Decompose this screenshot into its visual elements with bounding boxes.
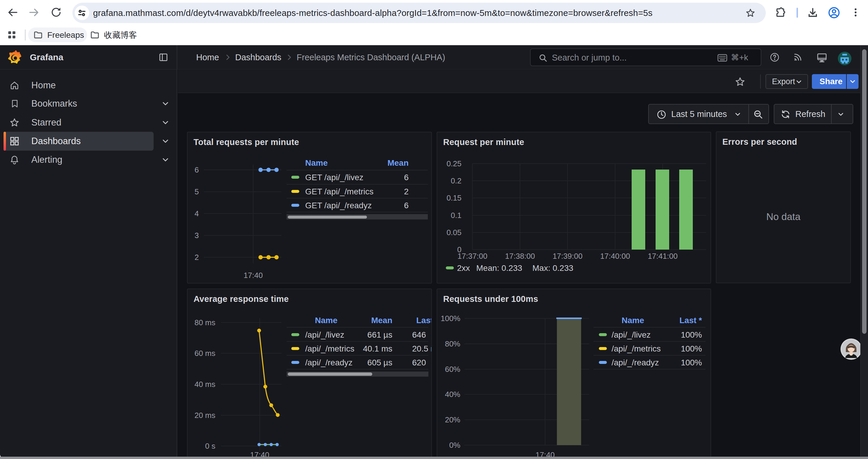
svg-text:Mean: Mean: [371, 316, 392, 325]
svg-text:20%: 20%: [445, 415, 460, 424]
svg-text:5: 5: [195, 187, 199, 196]
svg-text:17:39:00: 17:39:00: [553, 252, 582, 261]
svg-text:620: 620: [412, 358, 426, 367]
svg-text:17:40: 17:40: [243, 271, 262, 280]
svg-text:100%: 100%: [681, 358, 702, 367]
svg-text:605 µs: 605 µs: [367, 358, 392, 367]
svg-text:100%: 100%: [681, 344, 702, 353]
svg-text:2: 2: [404, 187, 409, 196]
svg-text:17:37:00: 17:37:00: [457, 252, 487, 261]
svg-text:GET /api/_/metrics: GET /api/_/metrics: [305, 187, 373, 196]
svg-text:Mean: 0.233: Mean: 0.233: [476, 263, 522, 273]
svg-text:/api/_/livez: /api/_/livez: [612, 330, 651, 339]
svg-text:Name: Name: [305, 158, 328, 167]
svg-text:6: 6: [404, 173, 409, 182]
svg-text:80%: 80%: [445, 339, 460, 348]
svg-text:Name: Name: [315, 316, 337, 325]
svg-text:4: 4: [195, 209, 199, 218]
svg-text:60%: 60%: [445, 365, 460, 374]
svg-text:0.25: 0.25: [446, 159, 462, 168]
svg-text:0.1: 0.1: [451, 211, 462, 220]
svg-text:17:40:00: 17:40:00: [600, 252, 630, 261]
svg-text:GET /api/_/livez: GET /api/_/livez: [305, 173, 363, 182]
svg-text:Last *: Last *: [416, 316, 431, 325]
svg-text:6: 6: [404, 201, 409, 210]
svg-text:Max: 0.233: Max: 0.233: [532, 263, 574, 273]
svg-text:/api/_/readyz: /api/_/readyz: [612, 358, 659, 367]
svg-text:/api/_/livez: /api/_/livez: [305, 330, 344, 339]
svg-text:2: 2: [195, 253, 199, 262]
svg-text:6: 6: [195, 165, 199, 174]
svg-text:20.5 m: 20.5 m: [412, 344, 431, 353]
svg-text:661 µs: 661 µs: [367, 330, 392, 339]
svg-text:100%: 100%: [681, 330, 702, 339]
svg-text:/api/_/readyz: /api/_/readyz: [305, 358, 352, 367]
svg-text:2xx: 2xx: [457, 263, 470, 273]
svg-text:Name: Name: [622, 316, 644, 325]
svg-text:Last *: Last *: [680, 316, 702, 325]
svg-text:/api/_/metrics: /api/_/metrics: [305, 344, 354, 353]
svg-text:/api/_/metrics: /api/_/metrics: [612, 344, 661, 353]
svg-text:0 s: 0 s: [205, 441, 215, 451]
svg-text:0.2: 0.2: [451, 176, 462, 185]
svg-text:3: 3: [195, 231, 199, 240]
svg-text:GET /api/_/readyz: GET /api/_/readyz: [305, 201, 372, 210]
svg-text:20 ms: 20 ms: [194, 411, 215, 420]
svg-text:80 ms: 80 ms: [194, 318, 215, 327]
svg-text:40 ms: 40 ms: [194, 380, 215, 389]
svg-text:100%: 100%: [441, 314, 461, 323]
svg-text:Mean: Mean: [387, 158, 409, 167]
svg-text:0%: 0%: [449, 441, 460, 450]
svg-text:17:38:00: 17:38:00: [505, 252, 535, 261]
svg-text:17:41:00: 17:41:00: [648, 252, 677, 261]
svg-text:646: 646: [412, 330, 426, 339]
svg-text:40%: 40%: [445, 390, 460, 399]
svg-text:0.15: 0.15: [446, 193, 462, 202]
svg-text:0.05: 0.05: [446, 228, 462, 237]
svg-text:60 ms: 60 ms: [194, 349, 215, 358]
svg-text:40.1 ms: 40.1 ms: [363, 344, 392, 353]
